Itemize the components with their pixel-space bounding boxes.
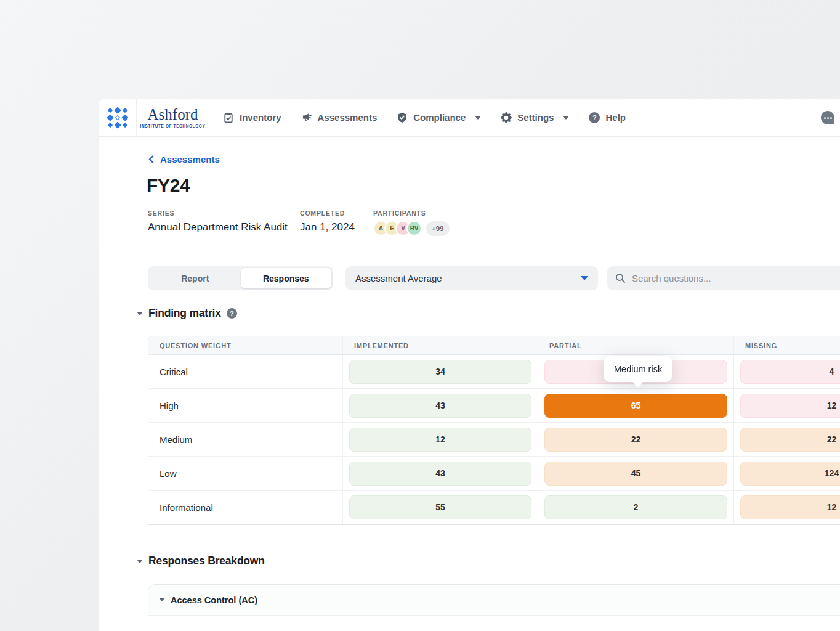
collapse-triangle-icon[interactable] [137,560,143,563]
clipboard-check-icon [223,112,234,123]
nav-item-label: Help [605,112,626,123]
table-header-row: QUESTION WEIGHT IMPLEMENTED PARTIAL MISS… [148,336,840,355]
row-label: Critical [148,367,188,377]
metric-dropdown[interactable]: Assessment Average [345,266,598,290]
tooltip-medium-risk: Medium risk [604,356,672,382]
table-row: Low 43 45 124 [148,457,840,491]
series-value: Annual Department Risk Audit [148,221,288,234]
brand-name: Ashford [148,107,198,122]
matrix-cell[interactable]: 124 [740,462,840,486]
nav-item-help[interactable]: ? Help [589,112,626,123]
series-block: SERIES Annual Department Risk Audit [148,210,288,234]
nav-item-inventory[interactable]: Inventory [223,112,281,123]
matrix-cell[interactable]: 55 [349,495,531,519]
matrix-cell[interactable]: 43 [349,394,531,418]
matrix-cell[interactable]: 12 [740,495,840,519]
brand[interactable]: Ashford INSTITUTE OF TECHNOLOGY [137,99,209,136]
nav-item-label: Inventory [240,112,281,123]
gear-icon [501,112,512,123]
view-tabs: Report Responses [148,266,333,290]
row-label: High [148,401,179,411]
collapse-triangle-icon [160,598,164,601]
column-header: MISSING [733,336,840,354]
card-divider [171,630,840,630]
search-input[interactable] [632,273,840,283]
matrix-cell[interactable]: 43 [349,462,531,486]
help-icon[interactable]: ? [227,308,237,319]
nav-item-label: Compliance [413,112,466,123]
nav-item-compliance[interactable]: Compliance [397,112,481,123]
matrix-cell[interactable]: 22 [740,428,840,452]
nav-item-settings[interactable]: Settings [501,112,569,123]
finding-matrix-table: QUESTION WEIGHT IMPLEMENTED PARTIAL MISS… [148,336,840,525]
chevron-down-icon [475,116,481,120]
logo-dots-icon [107,107,128,128]
tooltip-label: Medium risk [614,364,662,374]
table-row: High 43 65 12 [148,389,840,423]
nav-item-assessments[interactable]: Assessments [301,112,378,123]
chevron-down-icon [563,116,569,120]
page-title: FY24 [147,175,190,196]
breadcrumb[interactable]: Assessments [148,154,220,165]
matrix-cell[interactable]: 45 [544,462,727,486]
logo-mark[interactable] [99,99,137,136]
avatar-group: A E V RV +99 [373,221,450,236]
chevron-down-icon [581,276,588,280]
nav-item-label: Settings [517,112,554,123]
matrix-cell[interactable]: 22 [544,428,727,452]
breadcrumb-label: Assessments [160,154,220,165]
section-title: Finding matrix [148,307,221,320]
table-row: Medium 12 22 22 [148,423,840,457]
matrix-cell[interactable]: 4 [740,360,840,384]
tab-responses[interactable]: Responses [241,268,332,288]
responses-breakdown-heading: Responses Breakdown [137,555,265,568]
breakdown-group-header[interactable]: Access Control (AC) [148,585,840,616]
participants-block: PARTICIPANTS A E V RV +99 [373,210,450,236]
participants-label: PARTICIPANTS [373,210,450,217]
top-nav: Ashford INSTITUTE OF TECHNOLOGY Inventor… [99,99,840,137]
header-divider [99,251,840,251]
matrix-cell[interactable]: 12 [349,428,531,452]
avatar[interactable]: RV [406,221,422,236]
table-row: Informational 55 2 12 [148,491,840,524]
chevron-left-icon [148,155,155,163]
row-label: Medium [148,434,192,445]
completed-value: Jan 1, 2024 [300,221,355,234]
series-label: SERIES [148,210,288,217]
breakdown-card: Access Control (AC) [148,584,840,631]
search-icon [615,273,626,283]
app-window: Ashford INSTITUTE OF TECHNOLOGY Inventor… [99,99,840,631]
nav-item-label: Assessments [318,112,378,123]
search-box[interactable] [607,266,840,290]
help-icon: ? [589,112,600,123]
completed-block: COMPLETED Jan 1, 2024 [300,210,355,234]
megaphone-icon [301,112,312,123]
column-header: PARTIAL [538,336,733,354]
shield-check-icon [397,112,408,123]
matrix-cell[interactable]: 2 [544,495,727,519]
metric-dropdown-value: Assessment Average [355,273,442,283]
breakdown-group-title: Access Control (AC) [171,595,257,605]
collapse-triangle-icon[interactable] [137,312,143,316]
avatar-overflow-badge[interactable]: +99 [426,221,450,236]
matrix-cell[interactable]: 34 [349,360,531,384]
row-label: Informational [148,502,213,513]
chat-bubble-icon[interactable] [821,111,834,124]
tab-report[interactable]: Report [150,268,241,288]
table-row: Critical 34 4 [148,355,840,389]
main-content: Assessments FY24 SERIES Annual Departmen… [99,137,840,631]
row-label: Low [148,468,177,479]
brand-tagline: INSTITUTE OF TECHNOLOGY [140,124,206,128]
finding-matrix-heading: Finding matrix ? [137,307,237,320]
desktop-background: { "nav": { "brand": "Ashford", "tagline"… [0,0,840,631]
column-header: QUESTION WEIGHT [148,336,342,354]
section-title: Responses Breakdown [148,555,265,568]
completed-label: COMPLETED [300,210,355,217]
nav-items: Inventory Assessments Compliance Setti [209,99,626,136]
matrix-cell-selected[interactable]: 65 [544,394,727,418]
column-header: IMPLEMENTED [342,336,538,354]
matrix-cell[interactable]: 12 [740,394,840,418]
